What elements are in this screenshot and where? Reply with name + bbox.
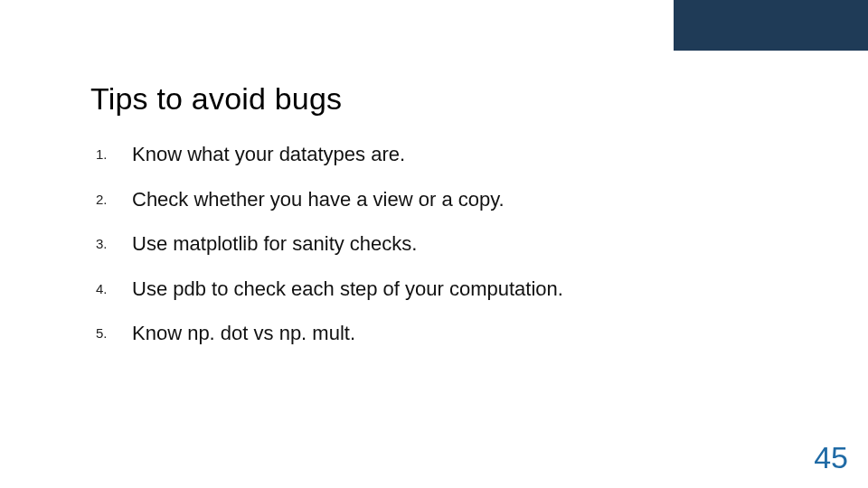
list-item: Use pdb to check each step of your compu… [90, 277, 796, 302]
list-item: Check whether you have a view or a copy. [90, 187, 796, 212]
tip-text: Know what your datatypes are. [132, 143, 405, 165]
tip-text: Check whether you have a view or a copy. [132, 188, 505, 211]
list-item: Know np. dot vs np. mult. [90, 321, 796, 346]
slide-title: Tips to avoid bugs [90, 81, 796, 117]
tip-text: Know np. dot vs np. mult. [132, 322, 355, 344]
page-number: 45 [814, 440, 848, 475]
list-item: Know what your datatypes are. [90, 142, 796, 167]
slide-content: Tips to avoid bugs Know what your dataty… [90, 81, 796, 366]
tips-list: Know what your datatypes are. Check whet… [90, 142, 796, 346]
tip-text: Use matplotlib for sanity checks. [132, 232, 417, 255]
list-item: Use matplotlib for sanity checks. [90, 231, 796, 257]
tip-text: Use pdb to check each step of your compu… [132, 277, 563, 300]
accent-bar [674, 0, 868, 51]
